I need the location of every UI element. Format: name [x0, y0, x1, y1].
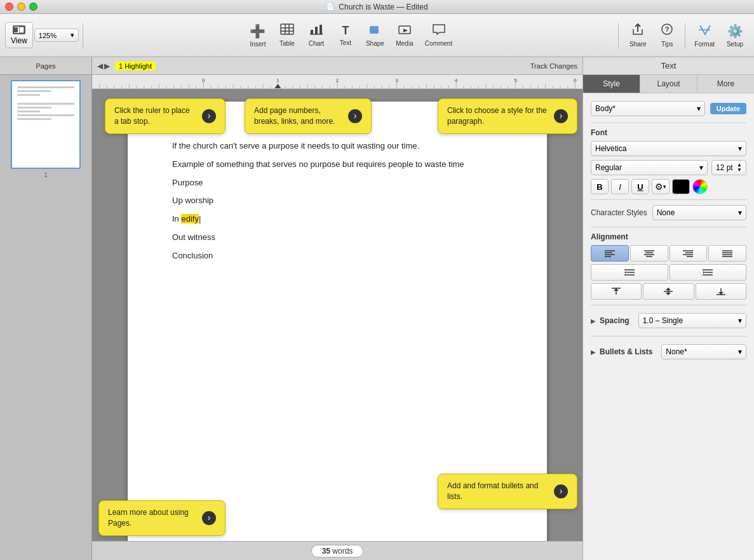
doc-line[interactable]: Out witness	[172, 231, 502, 244]
learn-more-tooltip-arrow[interactable]: ›	[202, 511, 216, 525]
doc-line[interactable]: In edify|	[172, 213, 502, 226]
shape-icon	[368, 23, 382, 38]
chevron-down-icon: ▾	[699, 163, 703, 172]
alignment-label: Alignment	[591, 232, 746, 241]
nav-next-button[interactable]: ▶	[104, 62, 110, 70]
bullets-select[interactable]: None* ▾	[661, 344, 746, 359]
main-layout: Pages 1 ◀	[0, 57, 754, 560]
text-color-swatch[interactable]	[672, 179, 690, 194]
format-buttons: B I U ⚙ ▾	[591, 179, 746, 194]
align-right-button[interactable]	[670, 245, 708, 262]
font-name-select[interactable]: Helvetica ▾	[591, 141, 746, 156]
svg-text:?: ?	[665, 25, 670, 33]
document-scroll[interactable]: If the church can't serve a purpose it n…	[92, 89, 582, 541]
svg-marker-118	[666, 288, 671, 290]
align-left-button[interactable]	[591, 245, 629, 262]
comment-button[interactable]: Comment	[420, 21, 457, 50]
paragraph-style-select[interactable]: Body* ▾	[591, 101, 705, 116]
toolbar-separator	[83, 23, 83, 48]
text-button[interactable]: T Text	[332, 22, 360, 49]
svg-text:4: 4	[455, 77, 458, 83]
toolbar-sep-2	[685, 23, 685, 48]
chevron-down-icon: ▾	[738, 347, 742, 356]
doc-line[interactable]: Up worship	[172, 194, 502, 208]
valign-middle-button[interactable]	[643, 283, 694, 300]
align-center-button[interactable]	[630, 245, 668, 262]
doc-line[interactable]: Example of something that serves no purp…	[172, 158, 502, 171]
minimize-button[interactable]	[17, 3, 25, 11]
format-button[interactable]: Format	[689, 20, 720, 50]
chevron-down-icon: ▾	[697, 104, 701, 113]
zoom-button[interactable]: 125% ▾	[34, 29, 79, 42]
ruler[interactable]: 0 1 2 3 4 5 6	[92, 75, 582, 89]
divider	[591, 227, 746, 227]
doc-line[interactable]: If the church can't serve a purpose it n…	[172, 140, 502, 153]
spacing-select[interactable]: 1.0 – Single ▾	[638, 313, 746, 328]
toolbar-sep-right	[618, 23, 619, 48]
svg-rect-5	[311, 30, 313, 34]
font-size-input[interactable]: 12 pt ▲▼	[711, 160, 746, 175]
stepper-icon: ▲▼	[737, 163, 742, 173]
insert-tooltip-arrow[interactable]: ›	[348, 109, 362, 123]
indent-grid	[591, 264, 746, 281]
text-icon: T	[342, 24, 349, 37]
doc-line[interactable]: Purpose	[172, 177, 502, 190]
bullets-tooltip-text: Add and format bullets and lists.	[447, 481, 548, 502]
bullets-tooltip-arrow[interactable]: ›	[554, 484, 568, 498]
table-button[interactable]: Table	[273, 21, 301, 50]
tab-style[interactable]: Style	[583, 75, 640, 93]
share-button[interactable]: Share	[624, 20, 652, 50]
thumb-line	[17, 94, 40, 96]
insert-tooltip-text: Add page numbers, breaks, links, and mor…	[254, 105, 342, 127]
bold-button[interactable]: B	[591, 179, 609, 194]
tab-layout[interactable]: Layout	[640, 75, 697, 93]
spacing-label: Spacing	[600, 316, 629, 325]
shape-button[interactable]: Shape	[361, 21, 389, 50]
page-thumbnail[interactable]	[11, 80, 81, 169]
close-button[interactable]	[5, 3, 13, 11]
indent-increase-button[interactable]	[670, 264, 747, 281]
doc-line[interactable]: Conclusion	[172, 250, 502, 263]
media-button[interactable]: Media	[391, 21, 419, 50]
chart-button[interactable]: Chart	[302, 21, 330, 50]
window-controls	[5, 3, 37, 11]
ruler-tooltip-text: Click the ruler to place a tab stop.	[114, 105, 196, 127]
ruler-tooltip-arrow[interactable]: ›	[202, 109, 216, 123]
maximize-button[interactable]	[29, 3, 37, 11]
update-button[interactable]: Update	[710, 103, 746, 114]
word-count-label: words	[332, 547, 353, 556]
tips-button[interactable]: ? Tips	[653, 20, 681, 50]
svg-marker-112	[703, 271, 705, 274]
window-title: 📄 Church is Waste — Edited	[326, 3, 427, 11]
align-justify-button[interactable]	[708, 245, 746, 262]
bullets-tooltip: Add and format bullets and lists. ›	[438, 474, 577, 509]
tab-more[interactable]: More	[697, 75, 754, 93]
thumb-line	[17, 110, 40, 112]
paragraph-tooltip-text: Click to choose a style for the paragrap…	[447, 105, 548, 127]
indent-decrease-button[interactable]	[591, 264, 668, 281]
nav-prev-button[interactable]: ◀	[97, 62, 103, 70]
paragraph-tooltip-arrow[interactable]: ›	[554, 109, 568, 123]
color-wheel-button[interactable]	[692, 179, 708, 194]
text-options-button[interactable]: ⚙ ▾	[652, 179, 670, 194]
underline-button[interactable]: U	[631, 179, 649, 194]
insert-button[interactable]: ➕ Insert	[244, 21, 272, 50]
bullets-section-header[interactable]: ▶ Bullets & Lists None* ▾	[591, 342, 746, 362]
paragraph-tooltip: Click to choose a style for the paragrap…	[438, 98, 577, 134]
setup-button[interactable]: ⚙️ Setup	[721, 21, 749, 50]
doc-toolbar: ◀ ▶ 1 Highlight Track Changes	[92, 57, 582, 75]
svg-text:0: 0	[202, 77, 205, 83]
spacing-section-header[interactable]: ▶ Spacing 1.0 – Single ▾	[591, 310, 746, 331]
valign-bottom-button[interactable]	[696, 283, 746, 300]
italic-button[interactable]: I	[611, 179, 629, 194]
thumb-line	[17, 118, 51, 120]
svg-text:2: 2	[335, 77, 339, 83]
collapse-arrow-icon: ▶	[591, 317, 596, 324]
chevron-down-icon: ▾	[738, 316, 742, 325]
valign-top-button[interactable]	[591, 283, 642, 300]
view-button[interactable]: View	[5, 22, 33, 48]
word-count-number: 35	[322, 547, 330, 556]
right-panel: Text Style Layout More Body* ▾ Update Fo…	[582, 57, 754, 560]
font-style-select[interactable]: Regular ▾	[591, 160, 708, 175]
char-styles-select[interactable]: None ▾	[652, 205, 746, 220]
